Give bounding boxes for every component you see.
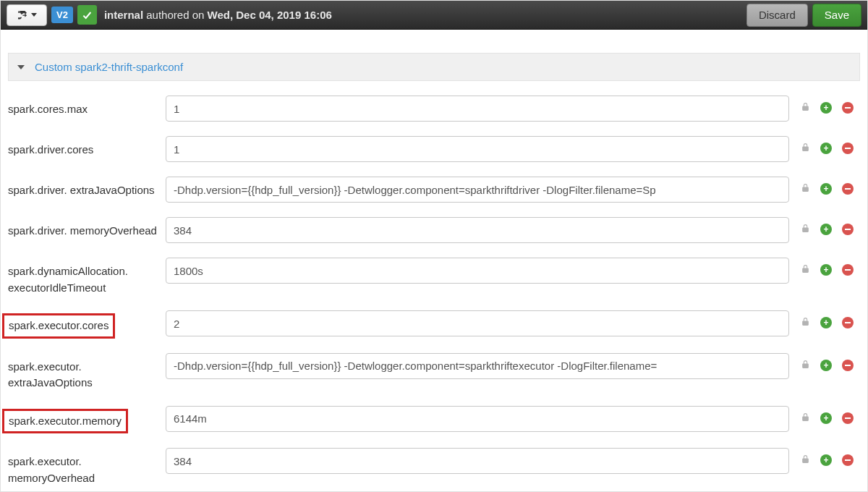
- row-actions: +: [795, 96, 860, 114]
- config-rows: spark.cores.max+spark.driver.cores+spark…: [1, 81, 867, 492]
- lock-icon[interactable]: [801, 359, 810, 372]
- add-property-button[interactable]: +: [820, 264, 832, 276]
- add-property-button[interactable]: +: [820, 454, 832, 466]
- config-value-wrapper: [166, 353, 789, 379]
- config-label: spark.executor. memoryOverhead: [8, 448, 160, 486]
- config-label: spark.executor.memory: [8, 406, 160, 434]
- section-title[interactable]: Custom spark2-thrift-sparkconf: [35, 61, 183, 73]
- row-actions: +: [795, 406, 860, 425]
- remove-property-button[interactable]: [842, 102, 854, 114]
- add-property-button[interactable]: +: [820, 412, 832, 424]
- add-property-button[interactable]: +: [820, 224, 832, 235]
- caret-down-icon: [31, 13, 37, 17]
- lock-icon[interactable]: [801, 182, 810, 195]
- save-button[interactable]: Save: [812, 4, 861, 27]
- config-row: spark.driver. memoryOverhead+: [8, 210, 860, 250]
- remove-property-button[interactable]: [842, 317, 854, 328]
- remove-property-button[interactable]: [842, 264, 854, 276]
- config-value-wrapper: [166, 96, 789, 122]
- config-row: spark.executor.cores+: [8, 303, 860, 346]
- config-row: spark.cores.max+: [8, 88, 860, 129]
- add-property-button[interactable]: +: [820, 360, 832, 371]
- config-value-input[interactable]: [166, 406, 789, 432]
- row-actions: +: [795, 177, 860, 195]
- config-label: spark.driver. extraJavaOptions: [8, 177, 160, 199]
- config-label: spark.executor. extraJavaOptions: [8, 353, 160, 391]
- shuffle-button[interactable]: [7, 4, 47, 26]
- lock-icon[interactable]: [801, 412, 810, 425]
- row-actions: +: [795, 258, 860, 276]
- config-value-input[interactable]: [166, 448, 789, 474]
- config-value-wrapper: [166, 448, 789, 474]
- config-label: spark.driver.cores: [8, 136, 160, 158]
- version-author-text: internal authored on Wed, Dec 04, 2019 1…: [104, 9, 332, 21]
- config-row: spark.executor. extraJavaOptions+: [8, 346, 860, 399]
- row-actions: +: [795, 448, 860, 467]
- lock-icon[interactable]: [801, 101, 810, 114]
- config-value-input[interactable]: [166, 310, 789, 336]
- config-label: spark.driver. memoryOverhead: [8, 217, 160, 239]
- remove-property-button[interactable]: [842, 143, 854, 154]
- config-label: spark.executor.cores: [8, 310, 160, 339]
- expand-caret-icon: [17, 65, 25, 69]
- remove-property-button[interactable]: [842, 183, 854, 195]
- config-value-input[interactable]: [166, 217, 789, 243]
- check-icon: [81, 9, 93, 21]
- row-actions: +: [795, 136, 860, 155]
- config-value-wrapper: [166, 136, 789, 162]
- lock-icon[interactable]: [801, 454, 810, 467]
- discard-button[interactable]: Discard: [746, 4, 808, 27]
- row-actions: +: [795, 310, 860, 329]
- config-value-input[interactable]: [166, 258, 789, 284]
- add-property-button[interactable]: +: [820, 317, 832, 328]
- config-value-wrapper: [166, 258, 789, 284]
- lock-icon[interactable]: [801, 316, 810, 329]
- shuffle-icon: [17, 9, 28, 21]
- config-value-wrapper: [166, 310, 789, 336]
- config-value-wrapper: [166, 177, 789, 203]
- lock-icon[interactable]: [801, 263, 810, 276]
- config-row: spark.dynamicAllocation. executorIdleTim…: [8, 250, 860, 303]
- check-badge: [77, 5, 97, 25]
- config-value-input[interactable]: [166, 136, 789, 162]
- config-row: spark.driver.cores+: [8, 129, 860, 169]
- add-property-button[interactable]: +: [820, 143, 832, 154]
- config-row: spark.executor.memory+: [8, 399, 860, 441]
- remove-property-button[interactable]: [842, 224, 854, 235]
- config-row: spark.executor. memoryOverhead+: [8, 441, 860, 492]
- config-value-input[interactable]: [166, 353, 789, 379]
- config-row: spark.driver. extraJavaOptions+: [8, 169, 860, 210]
- version-badge: V2: [51, 7, 73, 23]
- add-property-button[interactable]: +: [820, 102, 832, 114]
- add-property-button[interactable]: +: [820, 183, 832, 195]
- config-label: spark.cores.max: [8, 96, 160, 118]
- topbar: V2 internal authored on Wed, Dec 04, 201…: [1, 1, 867, 30]
- row-actions: +: [795, 353, 860, 372]
- remove-property-button[interactable]: [842, 454, 854, 466]
- config-value-input[interactable]: [166, 177, 789, 203]
- lock-icon[interactable]: [801, 223, 810, 236]
- remove-property-button[interactable]: [842, 412, 854, 424]
- config-value-wrapper: [166, 406, 789, 432]
- row-actions: +: [795, 217, 860, 236]
- config-value-wrapper: [166, 217, 789, 243]
- config-value-input[interactable]: [166, 96, 789, 122]
- section-header[interactable]: Custom spark2-thrift-sparkconf: [8, 53, 860, 81]
- lock-icon[interactable]: [801, 142, 810, 155]
- config-label: spark.dynamicAllocation. executorIdleTim…: [8, 258, 160, 296]
- remove-property-button[interactable]: [842, 360, 854, 371]
